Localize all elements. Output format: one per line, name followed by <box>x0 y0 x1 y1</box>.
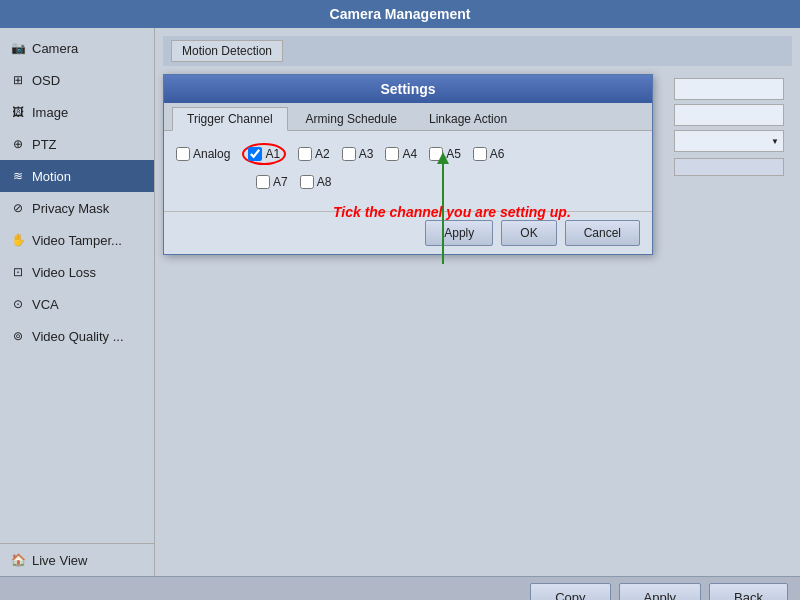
a2-checkbox-item: A2 <box>298 147 330 161</box>
video-quality-icon: ⊚ <box>10 328 26 344</box>
bottom-apply-button[interactable]: Apply <box>619 583 702 600</box>
back-button[interactable]: Back <box>709 583 788 600</box>
sidebar-item-privacy-mask[interactable]: ⊘ Privacy Mask <box>0 192 154 224</box>
sidebar-item-video-loss[interactable]: ⊡ Video Loss <box>0 256 154 288</box>
channel-row-1: Analog A1 A2 A3 <box>176 143 640 165</box>
analog-checkbox-item: Analog <box>176 147 230 161</box>
settings-title: Settings <box>164 75 652 103</box>
sidebar-item-live-view[interactable]: 🏠 Live View <box>0 544 154 576</box>
a2-checkbox[interactable] <box>298 147 312 161</box>
a6-checkbox[interactable] <box>473 147 487 161</box>
osd-icon: ⊞ <box>10 72 26 88</box>
ptz-icon: ⊕ <box>10 136 26 152</box>
a5-checkbox[interactable] <box>429 147 443 161</box>
video-tamper-icon: ✋ <box>10 232 26 248</box>
settings-tabs: Trigger Channel Arming Schedule Linkage … <box>164 103 652 131</box>
content-area: Motion Detection ▼ Settings <box>155 28 800 576</box>
settings-content: Analog A1 A2 A3 <box>164 131 652 211</box>
a3-checkbox-item: A3 <box>342 147 374 161</box>
dropdown-arrow-1: ▼ <box>771 137 779 146</box>
channel-input-2[interactable] <box>674 104 784 126</box>
camera-icon: 📷 <box>10 40 26 56</box>
sidebar-item-osd[interactable]: ⊞ OSD <box>0 64 154 96</box>
tab-arming-schedule[interactable]: Arming Schedule <box>292 107 411 130</box>
channel-input[interactable] <box>674 78 784 100</box>
a5-checkbox-item: A5 <box>429 147 461 161</box>
channel-row-2: A7 A8 <box>176 175 640 189</box>
image-icon: 🖼 <box>10 104 26 120</box>
sidebar-footer: 🏠 Live View <box>0 543 154 576</box>
sidebar-item-ptz[interactable]: ⊕ PTZ <box>0 128 154 160</box>
sidebar-item-video-tamper[interactable]: ✋ Video Tamper... <box>0 224 154 256</box>
a8-checkbox-item: A8 <box>300 175 332 189</box>
slider-bar <box>674 158 784 176</box>
vca-icon: ⊙ <box>10 296 26 312</box>
tab-linkage-action[interactable]: Linkage Action <box>415 107 521 130</box>
a4-checkbox[interactable] <box>385 147 399 161</box>
sidebar-item-vca[interactable]: ⊙ VCA <box>0 288 154 320</box>
privacy-mask-icon: ⊘ <box>10 200 26 216</box>
dropdown-1[interactable]: ▼ <box>674 130 784 152</box>
right-controls: ▼ <box>674 74 784 176</box>
a8-checkbox[interactable] <box>300 175 314 189</box>
sidebar-item-video-quality[interactable]: ⊚ Video Quality ... <box>0 320 154 352</box>
sidebar-item-image[interactable]: 🖼 Image <box>0 96 154 128</box>
title-bar: Camera Management <box>0 0 800 28</box>
settings-dialog: Settings Trigger Channel Arming Schedule… <box>163 74 653 255</box>
a7-checkbox-item: A7 <box>256 175 288 189</box>
a1-checkbox-item: A1 <box>242 143 286 165</box>
live-view-icon: 🏠 <box>10 552 26 568</box>
a7-checkbox[interactable] <box>256 175 270 189</box>
main-layout: 📷 Camera ⊞ OSD 🖼 Image ⊕ PTZ ≋ Motion ⊘ … <box>0 28 800 576</box>
tab-trigger-channel[interactable]: Trigger Channel <box>172 107 288 131</box>
cancel-button[interactable]: Cancel <box>565 220 640 246</box>
analog-checkbox[interactable] <box>176 147 190 161</box>
apply-button[interactable]: Apply <box>425 220 493 246</box>
motion-detection-tab[interactable]: Motion Detection <box>171 40 283 62</box>
a1-checkbox[interactable] <box>248 147 262 161</box>
a6-checkbox-item: A6 <box>473 147 505 161</box>
bottom-bar: Copy Apply Back <box>0 576 800 600</box>
ok-button[interactable]: OK <box>501 220 556 246</box>
sidebar-item-motion[interactable]: ≋ Motion <box>0 160 154 192</box>
copy-button[interactable]: Copy <box>530 583 610 600</box>
sub-header: Motion Detection <box>163 36 792 66</box>
modal-overlay: ▼ Settings Trigger Channel Arming Schedu… <box>163 74 792 568</box>
app-title: Camera Management <box>330 6 471 22</box>
video-loss-icon: ⊡ <box>10 264 26 280</box>
a4-checkbox-item: A4 <box>385 147 417 161</box>
a3-checkbox[interactable] <box>342 147 356 161</box>
sidebar: 📷 Camera ⊞ OSD 🖼 Image ⊕ PTZ ≋ Motion ⊘ … <box>0 28 155 576</box>
sidebar-item-camera[interactable]: 📷 Camera <box>0 32 154 64</box>
annotation-text: Tick the channel you are setting up. <box>333 204 571 220</box>
motion-icon: ≋ <box>10 168 26 184</box>
